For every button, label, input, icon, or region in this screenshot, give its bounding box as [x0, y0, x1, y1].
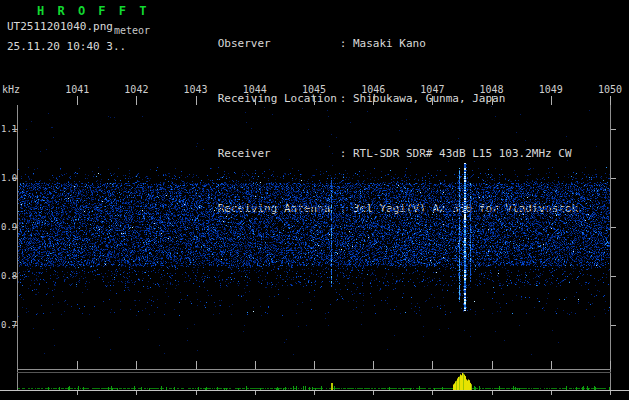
x-tick-mark-under	[492, 391, 493, 395]
x-tick-mark-bottom	[136, 361, 137, 369]
y-tick-mark-right	[611, 178, 616, 179]
plot-right-border	[610, 105, 611, 390]
y-tick-mark-left	[12, 227, 18, 228]
x-tick-mark-under	[610, 391, 611, 395]
x-tick-mark-top	[255, 96, 256, 105]
x-tick-mark-bottom	[551, 361, 552, 369]
spectrogram-canvas	[18, 105, 610, 368]
x-tick-mark-top	[136, 96, 137, 105]
y-tick-mark-left	[12, 178, 18, 179]
x-tick-mark-bottom	[77, 361, 78, 369]
meter-top-border	[17, 372, 611, 373]
datetime-text: 25.11.20 10:40 3..	[7, 40, 126, 53]
app-title: H R O F F T	[37, 4, 149, 18]
x-tick-label: 1046	[351, 84, 395, 95]
y-tick-mark-right	[611, 129, 616, 130]
x-tick-mark-top	[610, 96, 611, 105]
x-tick-mark-under	[77, 391, 78, 395]
x-tick-label: 1047	[410, 84, 454, 95]
x-tick-mark-under	[136, 391, 137, 395]
x-tick-label: 1049	[529, 84, 573, 95]
x-tick-mark-top	[373, 96, 374, 105]
y-axis-unit-label: kHz	[2, 84, 20, 95]
x-tick-mark-bottom	[314, 361, 315, 369]
x-tick-label: 1050	[588, 84, 629, 95]
x-tick-mark-bottom	[373, 361, 374, 369]
y-tick-mark-right	[611, 227, 616, 228]
x-tick-label: 1042	[114, 84, 158, 95]
x-tick-mark-top	[314, 96, 315, 105]
x-tick-mark-under	[373, 391, 374, 395]
x-tick-label: 1044	[233, 84, 277, 95]
x-tick-mark-under	[314, 391, 315, 395]
x-tick-mark-bottom	[610, 361, 611, 369]
x-tick-mark-under	[432, 391, 433, 395]
plot-bottom-border	[17, 369, 611, 370]
info-label: Observer	[218, 38, 340, 49]
info-value: : Masaki Kano	[340, 37, 426, 50]
y-tick-mark-right	[611, 276, 616, 277]
x-tick-mark-top	[77, 96, 78, 105]
x-tick-label: 1043	[174, 84, 218, 95]
level-meter-canvas	[18, 373, 610, 390]
x-tick-mark-bottom	[196, 361, 197, 369]
x-tick-mark-under	[196, 391, 197, 395]
x-tick-mark-top	[551, 96, 552, 105]
x-tick-mark-bottom	[432, 361, 433, 369]
x-tick-mark-top	[196, 96, 197, 105]
x-tick-mark-top	[432, 96, 433, 105]
mode-label: meteor	[114, 25, 150, 36]
x-tick-mark-under	[255, 391, 256, 395]
x-tick-mark-top	[492, 96, 493, 105]
x-tick-label: 1048	[470, 84, 514, 95]
y-tick-mark-left	[12, 129, 18, 130]
plot-left-border	[17, 105, 18, 390]
x-tick-mark-under	[551, 391, 552, 395]
x-tick-mark-bottom	[255, 361, 256, 369]
output-filename: UT2511201040.png	[7, 20, 113, 33]
x-tick-label: 1045	[292, 84, 336, 95]
y-tick-mark-right	[611, 325, 616, 326]
y-tick-mark-left	[12, 325, 18, 326]
x-tick-mark-bottom	[492, 361, 493, 369]
hrofft-window: H R O F F T UT2511201040.png meteor 25.1…	[0, 0, 629, 400]
y-tick-mark-left	[12, 276, 18, 277]
info-row-observer: Observer: Masaki Kano	[178, 27, 578, 60]
x-tick-label: 1041	[55, 84, 99, 95]
